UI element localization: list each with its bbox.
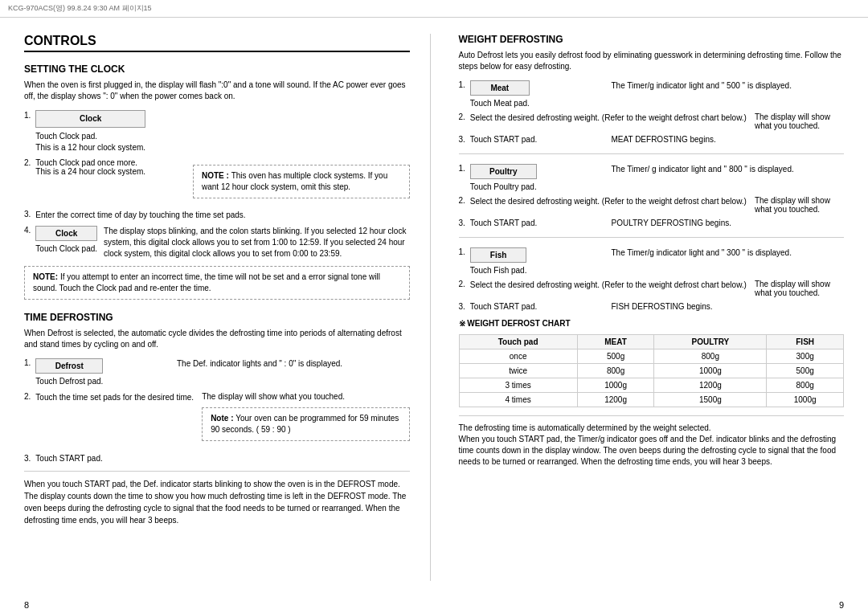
left-column: CONTROLS SETTING THE CLOCK When the oven… <box>24 34 431 581</box>
time-defrost-bottom-note: When you touch START pad, the Def. indic… <box>24 471 410 526</box>
defrost-step-1-right: The Def. indicator lights and " : 0" is … <box>177 358 410 386</box>
fish-step-3: 3. Touch START pad. FISH DEFROSTING begi… <box>459 302 845 311</box>
page-container: KCG-970ACS(영) 99.8.24 9:30 AM 페이지15 CONT… <box>0 0 868 613</box>
table-row: 3 times 1000g 1200g 800g <box>459 378 844 393</box>
step-3-number: 3. <box>24 210 31 221</box>
row-3-col-3: 1200g <box>654 378 767 393</box>
poultry-step-3: 3. Touch START pad. POULTRY DEFROSTING b… <box>459 219 845 227</box>
defrost-step-1-text: Touch Defrost pad. <box>35 377 103 386</box>
fish-step-3-left: Touch START pad. <box>470 302 537 311</box>
table-row: 4 times 1200g 1500g 1000g <box>459 393 844 407</box>
defrost-pad-button[interactable]: Defrost <box>35 358 103 374</box>
col-header-poultry: POULTRY <box>654 335 767 349</box>
poultry-step-3-number: 3. <box>459 219 465 227</box>
defrost-note-label: Note : <box>211 414 235 423</box>
fish-step-2: 2. Select the desired defrosting weight.… <box>459 280 845 297</box>
clock-note-label: NOTE : <box>202 171 231 180</box>
poultry-step-1: 1. Poultry Touch Poultry pad. The Timer/… <box>459 164 845 191</box>
fish-step-3-right: FISH DEFROSTING begins. <box>612 302 845 311</box>
poultry-step-2: 2. Select the desired defrosting weight.… <box>459 196 845 214</box>
fish-step-1-number: 1. <box>459 247 465 256</box>
meat-step-2-left: Select the desired defrosting weight. (R… <box>470 112 747 124</box>
setting-clock-intro: When the oven is first plugged in, the d… <box>24 80 410 102</box>
step-4-number: 4. <box>24 226 31 260</box>
defrost-note-text: Your oven can be programmed for 59 minut… <box>211 414 399 434</box>
meat-step-2-right: The display will show what you touched. <box>755 112 844 130</box>
page-title: CONTROLS <box>24 34 410 52</box>
row-3-col-1: 3 times <box>459 378 577 393</box>
step-3-text: Enter the correct time of day by touchin… <box>35 210 245 221</box>
row-4-col-4: 1000g <box>767 393 844 407</box>
meat-step-3: 3. Touch START pad. MEAT DEFROSTING begi… <box>459 135 845 144</box>
time-defrosting-section: TIME DEFROSTING When Defrost is selected… <box>24 312 410 526</box>
fish-step-1-right: The Timer/g indicator light and " 300 " … <box>612 247 845 275</box>
fish-step-1-text: Touch Fish pad. <box>470 266 527 275</box>
col-header-touchpad: Touch pad <box>459 335 577 349</box>
meat-step-2-number: 2. <box>459 112 465 121</box>
meat-step-1-number: 1. <box>459 80 465 89</box>
step-4-description: The display stops blinking, and the colo… <box>104 226 409 260</box>
clock-pad-button-1[interactable]: Clock <box>35 110 145 128</box>
step-2-text-b: This is a 24 hour clock system. <box>35 167 145 176</box>
poultry-step-1-right: The Timer/ g indicator light and " 800 "… <box>612 164 845 191</box>
defrost-step-1-number: 1. <box>24 358 31 367</box>
defrost-step-3-number: 3. <box>24 454 31 463</box>
table-row: twice 800g 1000g 500g <box>459 364 844 378</box>
weight-footer-note: The defrosting time is automatically det… <box>459 415 845 468</box>
defrost-step-2: 2. Touch the time set pads for the desir… <box>24 392 410 447</box>
table-header-row: Touch pad MEAT POULTRY FISH <box>459 335 844 349</box>
table-body: once 500g 800g 300g twice 800g 1000g 500… <box>459 349 844 407</box>
defrost-step-2-number: 2. <box>24 392 31 401</box>
clock-pad-button-2[interactable]: Clock <box>35 226 97 241</box>
table-row: once 500g 800g 300g <box>459 349 844 364</box>
row-2-col-2: 800g <box>577 364 654 378</box>
clock-step-1: 1. Clock Touch Clock pad. This is a 12 h… <box>24 110 410 153</box>
fish-step-1: 1. Fish Touch Fish pad. The Timer/g indi… <box>459 247 845 275</box>
step-2-number: 2. <box>24 158 31 167</box>
meat-pad-button[interactable]: Meat <box>470 80 530 96</box>
meat-step-1: 1. Meat Touch Meat pad. The Timer/g indi… <box>459 80 845 108</box>
defrost-step-3: 3. Touch START pad. <box>24 454 410 463</box>
row-3-col-4: 800g <box>767 378 844 393</box>
step-1-text-a: Touch Clock pad. <box>35 131 145 142</box>
poultry-step-1-text: Touch Poultry pad. <box>470 182 537 191</box>
poultry-section: 1. Poultry Touch Poultry pad. The Timer/… <box>459 164 845 227</box>
fish-step-2-left: Select the desired defrosting weight. (R… <box>470 280 747 291</box>
defrost-step-1: 1. Defrost Touch Defrost pad. The Def. i… <box>24 358 410 386</box>
poultry-step-3-left: Touch START pad. <box>470 219 537 227</box>
poultry-step-2-left: Select the desired defrosting weight. (R… <box>470 196 747 207</box>
clock-step-4: 4. Clock Touch Clock pad. The display st… <box>24 226 410 260</box>
row-2-col-3: 1000g <box>654 364 767 378</box>
time-defrosting-title: TIME DEFROSTING <box>24 312 410 323</box>
fish-step-3-number: 3. <box>459 302 465 311</box>
defrost-step-2-left: Touch the time set pads for the desired … <box>35 392 194 403</box>
weight-defrosting-intro: Auto Defrost lets you easily defrost foo… <box>459 50 845 72</box>
row-4-col-2: 1200g <box>577 393 654 407</box>
clock-step-3: 3. Enter the correct time of day by touc… <box>24 210 410 221</box>
setting-clock-title: SETTING THE CLOCK <box>24 63 410 75</box>
row-2-col-1: twice <box>459 364 577 378</box>
fish-pad-button[interactable]: Fish <box>470 247 527 263</box>
row-3-col-2: 1000g <box>577 378 654 393</box>
row-4-col-1: 4 times <box>459 393 577 407</box>
meat-step-3-number: 3. <box>459 135 465 144</box>
step-2-text-a: Touch Clock pad once more. <box>35 158 145 167</box>
fish-section: 1. Fish Touch Fish pad. The Timer/g indi… <box>459 247 845 311</box>
poultry-step-1-number: 1. <box>459 164 465 173</box>
setting-clock-section: SETTING THE CLOCK When the oven is first… <box>24 63 410 300</box>
row-1-col-1: once <box>459 349 577 364</box>
header-text: KCG-970ACS(영) 99.8.24 9:30 AM 페이지15 <box>8 4 152 12</box>
meat-step-3-right: MEAT DEFROSTING begins. <box>612 135 845 144</box>
fish-step-2-number: 2. <box>459 280 465 288</box>
row-2-col-4: 500g <box>767 364 844 378</box>
col-header-meat: MEAT <box>577 335 654 349</box>
row-4-col-3: 1500g <box>654 393 767 407</box>
poultry-pad-button[interactable]: Poultry <box>470 164 537 179</box>
main-content: CONTROLS SETTING THE CLOCK When the oven… <box>0 18 868 597</box>
right-column: WEIGHT DEFROSTING Auto Defrost lets you … <box>455 34 845 581</box>
defrost-step-2-right: The display will show what you touched. <box>202 392 409 401</box>
time-defrosting-intro: When Defrost is selected, the automatic … <box>24 328 410 350</box>
clock-bottom-note-text: If you attempt to enter an incorrect tim… <box>33 272 380 292</box>
poultry-step-2-right: The display will show what you touched. <box>755 196 844 214</box>
step-1-text-b: This is a 12 hour clock system. <box>35 142 145 153</box>
